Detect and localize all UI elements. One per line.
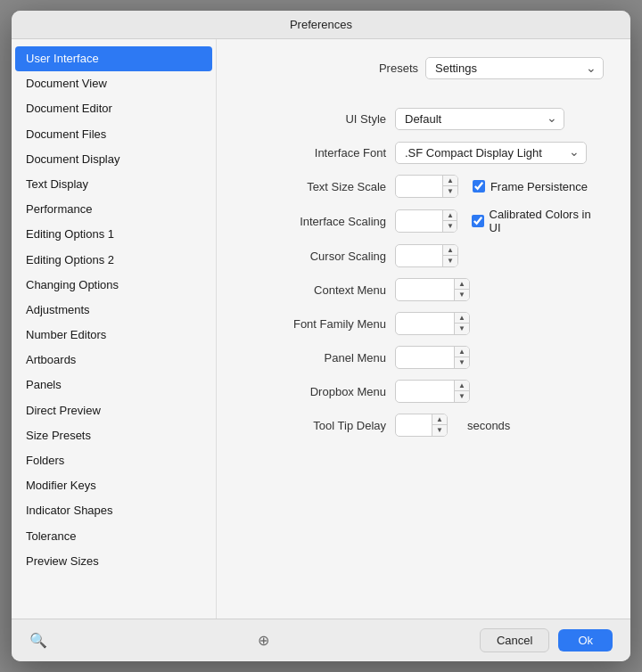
sidebar: User InterfaceDocument ViewDocument Edit… [12,39,217,619]
frame-persistence-checkbox-label[interactable]: Frame Persistence [473,180,588,193]
sidebar-item-user-interface[interactable]: User Interface [15,46,212,71]
cursor-scaling-up[interactable]: ▲ [443,245,457,256]
panel-menu-up[interactable]: ▲ [455,347,469,357]
form-rows: UI Style Default Interface Font [243,106,604,438]
sidebar-item-adjustments[interactable]: Adjustments [12,298,216,323]
sidebar-item-editing-options-2[interactable]: Editing Options 2 [12,248,216,273]
cursor-scaling-label: Cursor Scaling [243,250,386,263]
sidebar-item-size-presets[interactable]: Size Presets [12,423,216,448]
sidebar-item-editing-options-1[interactable]: Editing Options 1 [12,222,216,247]
tool-tip-delay-spinner: 1 ▲ ▼ [395,414,448,437]
dropbox-menu-controls: 12,0 pt ▲ ▼ [395,380,470,403]
cursor-scaling-input[interactable]: 100% [396,248,442,265]
seconds-label: seconds [467,419,510,432]
cursor-scaling-spinner: 100% ▲ ▼ [395,244,458,267]
ui-style-select[interactable]: Default [395,108,564,130]
panel-menu-row: Panel Menu 12,0 pt ▲ ▼ [243,345,604,370]
calibrated-colors-checkbox[interactable] [472,215,484,227]
tool-tip-delay-up[interactable]: ▲ [432,414,447,425]
interface-font-select-wrapper: .SF Compact Display Light [395,142,587,164]
panel-menu-label: Panel Menu [243,351,386,365]
presets-select[interactable]: Settings [425,57,604,79]
context-menu-label: Context Menu [243,283,386,297]
main-content: Presets Settings UI Style Default [217,39,630,619]
text-size-scale-input[interactable]: 100% [396,178,442,195]
dialog-body: User InterfaceDocument ViewDocument Edit… [12,39,630,619]
dropbox-menu-spinner: 12,0 pt ▲ ▼ [395,380,470,403]
font-family-menu-input[interactable]: 14,0 pt [396,316,454,332]
context-menu-controls: 12,0 pt ▲ ▼ [395,278,470,301]
sidebar-item-modifier-keys[interactable]: Modifier Keys [12,473,216,498]
interface-scaling-row: Interface Scaling 100% ▲ ▼ Calibrated Co… [243,208,604,234]
dropbox-menu-up[interactable]: ▲ [455,381,469,391]
sidebar-item-changing-options[interactable]: Changing Options [12,273,216,298]
presets-label: Presets [379,61,418,75]
sidebar-item-panels[interactable]: Panels [12,373,216,397]
dropbox-menu-row: Dropbox Menu 12,0 pt ▲ ▼ [243,379,604,404]
frame-persistence-checkbox[interactable] [473,180,485,193]
calibrated-colors-checkbox-label[interactable]: Calibrated Colors in UI [472,208,604,234]
font-family-menu-up[interactable]: ▲ [455,313,469,324]
tool-tip-delay-input[interactable]: 1 [396,417,432,434]
context-menu-row: Context Menu 12,0 pt ▲ ▼ [243,277,604,302]
context-menu-up[interactable]: ▲ [455,279,469,290]
text-size-scale-down[interactable]: ▼ [443,186,457,197]
ui-style-label: UI Style [243,112,386,126]
ui-style-select-wrapper: Default [395,108,564,130]
dialog-title: Preferences [12,11,630,39]
font-family-menu-spinner: 14,0 pt ▲ ▼ [395,312,470,335]
calibrated-colors-label: Calibrated Colors in UI [490,208,604,234]
sidebar-item-document-view[interactable]: Document View [12,71,216,96]
panel-menu-spinner: 12,0 pt ▲ ▼ [395,346,470,369]
sidebar-item-artboards[interactable]: Artboards [12,348,216,373]
interface-scaling-controls: 100% ▲ ▼ Calibrated Colors in UI [395,208,604,234]
text-size-scale-controls: 100% ▲ ▼ Frame Persistence [395,175,588,198]
text-size-scale-up[interactable]: ▲ [443,176,457,186]
text-size-scale-label: Text Size Scale [243,180,386,193]
cursor-scaling-row: Cursor Scaling 100% ▲ ▼ [243,243,604,268]
context-menu-spinner: 12,0 pt ▲ ▼ [395,278,470,301]
sidebar-item-folders[interactable]: Folders [12,448,216,473]
font-family-menu-label: Font Family Menu [243,317,386,331]
font-family-menu-down[interactable]: ▼ [455,324,469,334]
zoom-icon[interactable]: ⊕ [258,632,269,649]
interface-scaling-up[interactable]: ▲ [443,210,457,221]
interface-scaling-down[interactable]: ▼ [443,221,457,232]
sidebar-item-text-display[interactable]: Text Display [12,172,216,197]
sidebar-item-indicator-shapes[interactable]: Indicator Shapes [12,498,216,523]
sidebar-item-tolerance[interactable]: Tolerance [12,524,216,549]
preferences-dialog: Preferences User InterfaceDocument ViewD… [12,11,630,661]
font-family-menu-controls: 14,0 pt ▲ ▼ [395,312,470,335]
context-menu-down[interactable]: ▼ [455,290,469,300]
tool-tip-delay-down[interactable]: ▼ [432,425,447,436]
interface-scaling-input[interactable]: 100% [396,213,442,230]
dropbox-menu-input[interactable]: 12,0 pt [396,383,454,400]
sidebar-item-document-files[interactable]: Document Files [12,122,216,147]
panel-menu-input[interactable]: 12,0 pt [396,349,454,366]
text-size-scale-spinner: 100% ▲ ▼ [395,175,458,198]
frame-persistence-label: Frame Persistence [490,180,588,193]
dialog-footer: 🔍 ⊕ Cancel Ok [12,619,630,661]
panel-menu-down[interactable]: ▼ [455,357,469,368]
interface-font-row: Interface Font .SF Compact Display Light [243,140,604,165]
sidebar-item-performance[interactable]: Performance [12,197,216,222]
ui-style-row: UI Style Default [243,106,604,131]
sidebar-item-document-editor[interactable]: Document Editor [12,96,216,121]
text-size-scale-row: Text Size Scale 100% ▲ ▼ Frame Persisten… [243,174,604,199]
ok-button[interactable]: Ok [558,629,613,652]
interface-scaling-label: Interface Scaling [243,215,386,228]
tool-tip-delay-label: Tool Tip Delay [243,419,386,432]
sidebar-item-document-display[interactable]: Document Display [12,147,216,172]
tool-tip-delay-row: Tool Tip Delay 1 ▲ ▼ seconds [243,413,604,438]
sidebar-item-direct-preview[interactable]: Direct Preview [12,398,216,423]
interface-font-controls: .SF Compact Display Light [395,142,587,164]
search-icon: 🔍 [29,632,47,649]
sidebar-item-preview-sizes[interactable]: Preview Sizes [12,549,216,574]
sidebar-item-number-editors[interactable]: Number Editors [12,323,216,348]
panel-menu-controls: 12,0 pt ▲ ▼ [395,346,470,369]
context-menu-input[interactable]: 12,0 pt [396,282,454,299]
interface-font-select[interactable]: .SF Compact Display Light [395,142,587,164]
dropbox-menu-down[interactable]: ▼ [455,391,469,402]
cancel-button[interactable]: Cancel [480,628,549,652]
cursor-scaling-down[interactable]: ▼ [443,256,457,266]
